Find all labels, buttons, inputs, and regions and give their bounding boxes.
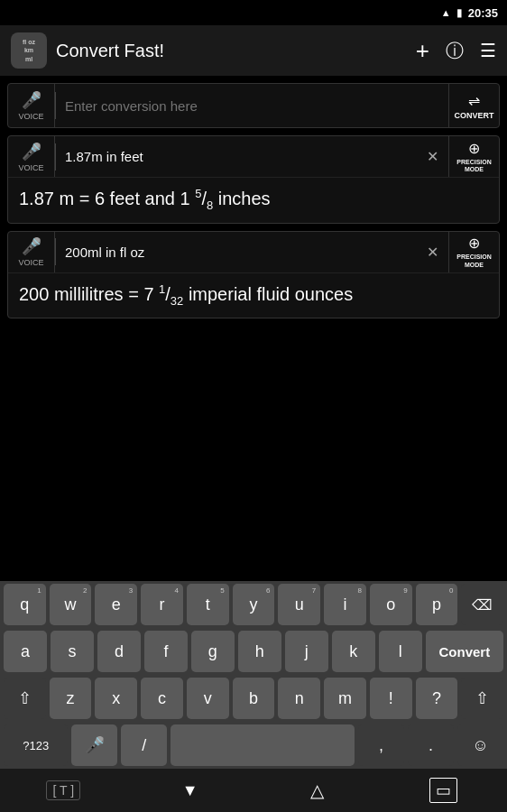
wifi-icon: ▲ xyxy=(441,7,451,18)
key-emoji[interactable]: ☺ xyxy=(457,724,503,766)
keyboard-row-1: a s d f g h j k l Convert xyxy=(0,628,507,675)
key-w[interactable]: 2w xyxy=(50,584,92,625)
card-1-numerator: 5 xyxy=(195,187,201,200)
key-f[interactable]: f xyxy=(144,631,188,672)
add-button[interactable]: + xyxy=(416,37,429,65)
nav-text-label: [ T ] xyxy=(46,780,80,800)
key-r[interactable]: 4r xyxy=(141,584,183,625)
key-comma[interactable]: , xyxy=(358,724,404,766)
key-e[interactable]: 3e xyxy=(95,584,137,625)
recents-icon: ▭ xyxy=(429,778,457,803)
card-1-close-button[interactable]: ✕ xyxy=(416,136,448,177)
battery-icon: ▮ xyxy=(456,6,463,19)
search-input[interactable] xyxy=(56,98,448,114)
keyboard-row-3: ?123 🎤 / , . ☺ xyxy=(0,722,507,769)
key-slash[interactable]: / xyxy=(121,724,167,766)
key-backspace[interactable]: ⌫ xyxy=(461,584,503,625)
top-bar: fl ozkmml Convert Fast! + ⓘ ☰ xyxy=(0,25,507,76)
convert-button[interactable]: ⇌ CONVERT xyxy=(448,84,499,127)
conversion-card-1: 🎤 VOICE 1.87m in feet ✕ ⊕ PRECISIONMODE … xyxy=(7,135,500,224)
key-k[interactable]: k xyxy=(332,631,375,672)
keyboard-row-2: ⇧ z x c v b n m ! ? ⇧ xyxy=(0,675,507,722)
card-2-close-button[interactable]: ✕ xyxy=(416,232,448,272)
key-v[interactable]: v xyxy=(187,678,229,719)
key-period[interactable]: . xyxy=(408,724,454,766)
nav-home-button[interactable]: △ xyxy=(290,772,344,808)
card-2-precision-icon: ⊕ xyxy=(468,235,480,252)
top-bar-actions: + ⓘ ☰ xyxy=(416,37,496,65)
key-a[interactable]: a xyxy=(4,631,47,672)
card-2-precision-button[interactable]: ⊕ PRECISIONMODE xyxy=(448,232,499,272)
key-i[interactable]: 8i xyxy=(324,584,366,625)
keyboard-row-0: 1q 2w 3e 4r 5t 6y 7u 8i 9o 0p ⌫ xyxy=(0,581,507,628)
card-1-precision-label: PRECISIONMODE xyxy=(456,159,492,174)
main-content: 🎤 VOICE ⇌ CONVERT 🎤 VOICE 1.87m in feet … xyxy=(0,76,507,333)
key-mic[interactable]: 🎤 xyxy=(71,724,117,766)
key-x[interactable]: x xyxy=(95,678,137,719)
menu-button[interactable]: ☰ xyxy=(480,40,496,61)
mic-icon: 🎤 xyxy=(22,90,41,110)
key-exclaim[interactable]: ! xyxy=(370,678,412,719)
key-n[interactable]: n xyxy=(278,678,320,719)
card-2-voice-label: VOICE xyxy=(18,258,43,267)
key-shift-right[interactable]: ⇧ xyxy=(461,678,503,719)
key-question[interactable]: ? xyxy=(416,678,458,719)
card-2-result: 200 millilitres = 7 1/32 imperial fluid … xyxy=(8,273,499,318)
voice-label: VOICE xyxy=(18,112,43,121)
card-1-precision-button[interactable]: ⊕ PRECISIONMODE xyxy=(448,136,499,177)
convert-icon: ⇌ xyxy=(468,92,480,109)
card-2-voice-button[interactable]: 🎤 VOICE xyxy=(8,232,55,272)
app-logo: fl ozkmml xyxy=(11,32,47,69)
status-time: 20:35 xyxy=(468,6,498,20)
card-2-numerator: 1 xyxy=(159,282,165,296)
key-y[interactable]: 6y xyxy=(233,584,275,625)
key-c[interactable]: c xyxy=(141,678,183,719)
app-title: Convert Fast! xyxy=(56,41,407,61)
nav-recents-button[interactable]: ▭ xyxy=(417,772,471,808)
card-1-result: 1.87 m = 6 feet and 1 5/8 inches xyxy=(8,178,499,223)
info-button[interactable]: ⓘ xyxy=(446,39,464,63)
card-1-precision-icon: ⊕ xyxy=(468,140,480,157)
status-bar: ▲ ▮ 20:35 xyxy=(0,0,507,25)
key-space[interactable] xyxy=(171,724,355,766)
card-1-voice-label: VOICE xyxy=(18,163,43,172)
card-2-mic-icon: 🎤 xyxy=(22,236,41,256)
key-p[interactable]: 0p xyxy=(416,584,458,625)
convert-label: CONVERT xyxy=(454,111,493,120)
key-h[interactable]: h xyxy=(238,631,281,672)
key-b[interactable]: b xyxy=(233,678,275,719)
home-icon: △ xyxy=(310,780,324,801)
key-s[interactable]: s xyxy=(51,631,94,672)
key-m[interactable]: m xyxy=(324,678,366,719)
key-t[interactable]: 5t xyxy=(187,584,229,625)
key-j[interactable]: j xyxy=(285,631,328,672)
card-1-mic-icon: 🎤 xyxy=(22,142,41,161)
keyboard: 1q 2w 3e 4r 5t 6y 7u 8i 9o 0p ⌫ a s d f … xyxy=(0,581,507,812)
card-2-query: 200ml in fl oz xyxy=(56,245,416,260)
key-d[interactable]: d xyxy=(97,631,141,672)
card-2-precision-label: PRECISIONMODE xyxy=(456,254,492,269)
nav-back-button[interactable]: ▼ xyxy=(163,772,217,808)
search-row: 🎤 VOICE ⇌ CONVERT xyxy=(7,83,500,128)
key-q[interactable]: 1q xyxy=(4,584,46,625)
voice-input-button[interactable]: 🎤 VOICE xyxy=(8,84,55,127)
nav-bar: [ T ] ▼ △ ▭ xyxy=(0,769,507,812)
nav-text-button[interactable]: [ T ] xyxy=(36,772,90,808)
key-o[interactable]: 9o xyxy=(370,584,412,625)
card-2-denominator: 32 xyxy=(171,293,183,307)
key-u[interactable]: 7u xyxy=(278,584,320,625)
convert-action-key[interactable]: Convert xyxy=(426,631,503,672)
card-1-query: 1.87m in feet xyxy=(56,149,416,164)
conversion-card-2: 🎤 VOICE 200ml in fl oz ✕ ⊕ PRECISIONMODE… xyxy=(7,231,500,319)
key-g[interactable]: g xyxy=(191,631,235,672)
key-numbers[interactable]: ?123 xyxy=(4,724,68,766)
card-1-voice-button[interactable]: 🎤 VOICE xyxy=(8,136,55,177)
key-l[interactable]: l xyxy=(379,631,422,672)
down-arrow-icon: ▼ xyxy=(182,781,198,800)
key-shift-left[interactable]: ⇧ xyxy=(4,678,46,719)
key-z[interactable]: z xyxy=(50,678,92,719)
card-1-top-row: 🎤 VOICE 1.87m in feet ✕ ⊕ PRECISIONMODE xyxy=(8,136,499,178)
card-2-top-row: 🎤 VOICE 200ml in fl oz ✕ ⊕ PRECISIONMODE xyxy=(8,232,499,273)
